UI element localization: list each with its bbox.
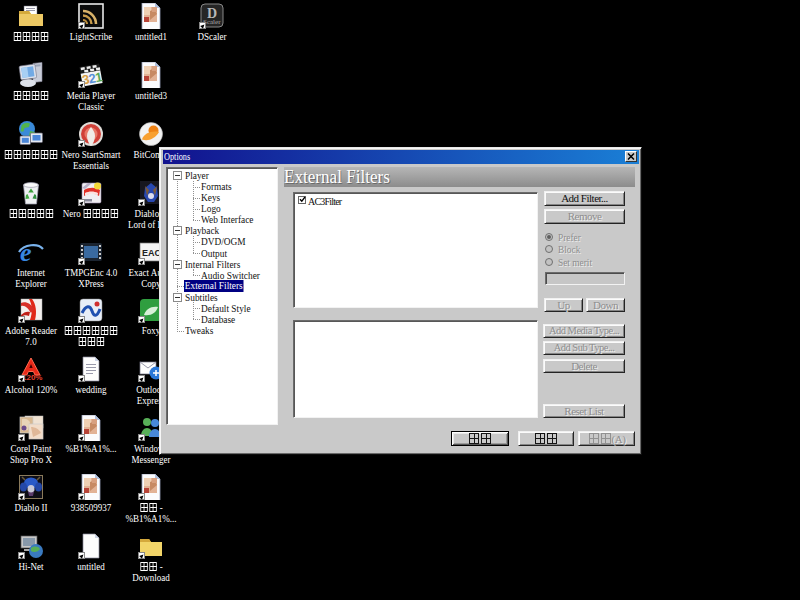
svg-text:120%: 120% [22, 373, 42, 382]
svg-text:e: e [20, 239, 32, 265]
svg-text:1: 1 [94, 69, 104, 85]
